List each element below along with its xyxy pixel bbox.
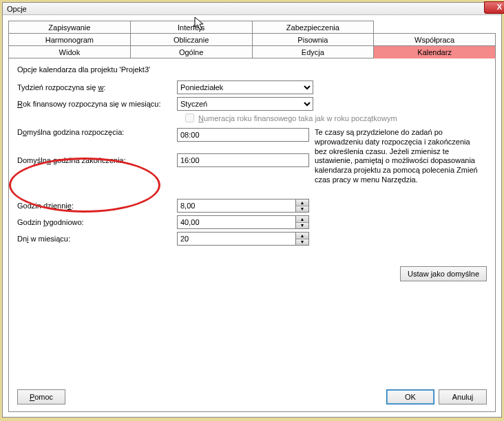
- days-month-spin-up[interactable]: ▲: [296, 233, 308, 239]
- tab-edycja[interactable]: Edycja: [252, 46, 374, 58]
- tab-zapisywanie[interactable]: Zapisywanie: [9, 21, 131, 34]
- chk-fy-numbering: [185, 114, 194, 122]
- tab-obliczanie[interactable]: Obliczanie: [130, 34, 252, 46]
- close-button[interactable]: X: [484, 1, 504, 14]
- hours-day-spin-down[interactable]: ▼: [296, 206, 308, 212]
- days-month-spin-down[interactable]: ▼: [296, 239, 308, 245]
- tab-ogolne[interactable]: Ogólne: [130, 46, 252, 58]
- input-hours-day[interactable]: [177, 199, 295, 213]
- hours-day-spin-up[interactable]: ▲: [296, 199, 308, 206]
- label-default-start: Domyślna godzina rozpoczęcia:: [17, 128, 171, 136]
- combo-week-start[interactable]: Poniedziałek: [177, 80, 313, 94]
- help-button[interactable]: Pomoc: [17, 389, 65, 404]
- input-hours-week[interactable]: [177, 215, 295, 229]
- options-dialog: Opcje X Zapisywanie Interfejs Zabezpiecz…: [2, 2, 502, 418]
- input-default-start[interactable]: [177, 128, 309, 142]
- label-hours-week: Godzin tygodniowo:: [17, 218, 171, 226]
- tab-bar: Zapisywanie Interfejs Zabezpieczenia Har…: [8, 21, 496, 58]
- tab-kalendarz[interactable]: Kalendarz: [374, 46, 496, 58]
- hours-week-spin-down[interactable]: ▼: [296, 222, 308, 228]
- window-title: Opcje: [7, 5, 27, 13]
- tab-pisownia[interactable]: Pisownia: [252, 34, 374, 46]
- tab-empty: [374, 21, 496, 34]
- set-default-button[interactable]: Ustaw jako domyślne: [400, 266, 487, 281]
- input-days-month[interactable]: [177, 232, 295, 246]
- label-default-end: Domyślna godzina zakończenia:: [17, 156, 171, 164]
- tab-harmonogram[interactable]: Harmonogram: [9, 34, 131, 46]
- tab-interfejs[interactable]: Interfejs: [130, 21, 252, 34]
- input-default-end[interactable]: [177, 153, 309, 167]
- label-hours-day: Godzin dziennie:: [17, 202, 171, 210]
- combo-fy-start[interactable]: Styczeń: [177, 97, 313, 111]
- ok-button[interactable]: OK: [386, 389, 434, 404]
- tab-page-kalendarz: Opcje kalendarza dla projektu 'Projekt3'…: [8, 58, 496, 412]
- tab-widok[interactable]: Widok: [9, 46, 131, 58]
- label-fy-numbering: Numeracja roku finansowego taka jak w ro…: [198, 114, 397, 122]
- hours-week-spin-up[interactable]: ▲: [296, 216, 308, 222]
- label-week-start: Tydzień rozpoczyna się w:: [17, 83, 171, 91]
- cancel-button[interactable]: Anuluj: [439, 389, 487, 404]
- label-fy-start: Rok finansowy rozpoczyna się w miesiącu:: [17, 100, 171, 108]
- title-bar: Opcje X: [3, 3, 501, 15]
- section-title: Opcje kalendarza dla projektu 'Projekt3': [17, 65, 487, 74]
- label-days-month: Dni w miesiącu:: [17, 235, 171, 243]
- info-text: Te czasy są przydzielone do zadań po wpr…: [315, 128, 483, 185]
- tab-zabezpieczenia[interactable]: Zabezpieczenia: [252, 21, 374, 34]
- tab-wspolpraca[interactable]: Współpraca: [374, 34, 496, 46]
